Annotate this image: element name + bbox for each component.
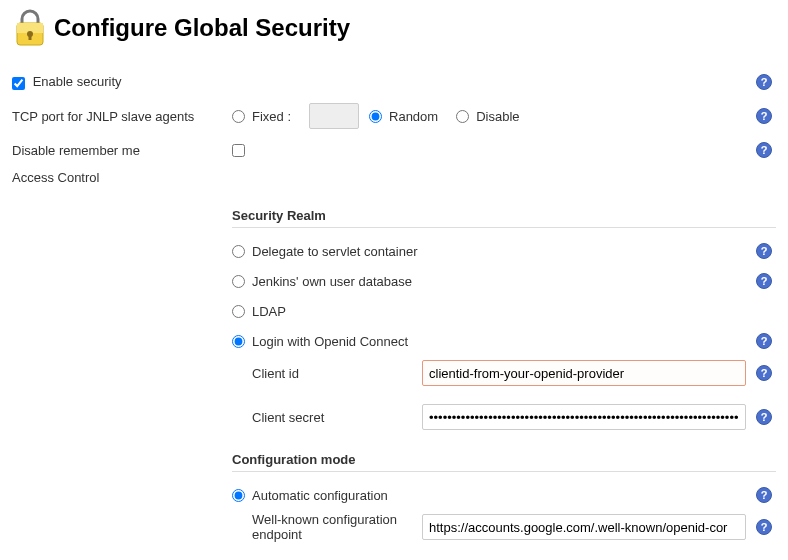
enable-security-label[interactable]: Enable security	[12, 74, 122, 89]
disable-remember-row: Disable remember me ?	[12, 136, 776, 164]
config-auto-radio[interactable]	[232, 489, 245, 502]
lock-icon	[12, 8, 48, 48]
realm-openid-text: Login with Openid Connect	[252, 334, 408, 349]
wellknown-label: Well-known configuration endpoint	[232, 512, 422, 542]
realm-ldap-radio[interactable]	[232, 305, 245, 318]
realm-jenkins-option[interactable]: Jenkins' own user database	[232, 274, 412, 289]
disable-remember-checkbox[interactable]	[232, 144, 245, 157]
help-icon[interactable]: ?	[756, 365, 772, 381]
wellknown-input[interactable]	[422, 514, 746, 540]
client-secret-row: Client secret ?	[232, 400, 776, 434]
help-icon[interactable]: ?	[756, 273, 772, 289]
help-icon[interactable]: ?	[756, 519, 772, 535]
security-realm-heading: Security Realm	[232, 208, 776, 228]
realm-openid-option[interactable]: Login with Openid Connect	[232, 334, 408, 349]
enable-security-checkbox[interactable]	[12, 77, 25, 90]
access-control-row: Access Control	[12, 170, 776, 198]
tcp-disable-option[interactable]: Disable	[456, 109, 519, 124]
tcp-disable-text: Disable	[476, 109, 519, 124]
realm-jenkins-radio[interactable]	[232, 275, 245, 288]
enable-security-row: Enable security ?	[12, 68, 776, 96]
config-auto-text: Automatic configuration	[252, 488, 388, 503]
help-icon[interactable]: ?	[756, 409, 772, 425]
tcp-fixed-input[interactable]	[309, 103, 359, 129]
help-icon[interactable]: ?	[756, 108, 772, 124]
realm-servlet-text: Delegate to servlet container	[252, 244, 417, 259]
security-realm-section: Security Realm Delegate to servlet conta…	[232, 208, 776, 560]
client-id-input[interactable]	[422, 360, 746, 386]
access-control-label: Access Control	[12, 170, 232, 185]
help-icon[interactable]: ?	[756, 142, 772, 158]
tcp-fixed-radio[interactable]	[232, 110, 245, 123]
wellknown-row: Well-known configuration endpoint ?	[232, 510, 776, 544]
realm-ldap-text: LDAP	[252, 304, 286, 319]
help-icon[interactable]: ?	[756, 243, 772, 259]
tcp-random-text: Random	[389, 109, 438, 124]
tcp-port-row: TCP port for JNLP slave agents Fixed : R…	[12, 102, 776, 130]
help-icon[interactable]: ?	[756, 333, 772, 349]
realm-ldap-option[interactable]: LDAP	[232, 304, 286, 319]
realm-jenkins-text: Jenkins' own user database	[252, 274, 412, 289]
tcp-disable-radio[interactable]	[456, 110, 469, 123]
disable-remember-label: Disable remember me	[12, 143, 232, 158]
realm-servlet-option[interactable]: Delegate to servlet container	[232, 244, 417, 259]
client-id-row: Client id ?	[232, 356, 776, 390]
tcp-random-radio[interactable]	[369, 110, 382, 123]
enable-security-text: Enable security	[33, 74, 122, 89]
client-secret-label: Client secret	[232, 410, 422, 425]
page-title: Configure Global Security	[54, 14, 350, 42]
page-header: Configure Global Security	[12, 8, 776, 48]
tcp-random-option[interactable]: Random	[369, 109, 438, 124]
client-secret-input[interactable]	[422, 404, 746, 430]
client-id-label: Client id	[232, 366, 422, 381]
realm-openid-radio[interactable]	[232, 335, 245, 348]
config-auto-option[interactable]: Automatic configuration	[232, 488, 388, 503]
tcp-fixed-option[interactable]: Fixed :	[232, 109, 291, 124]
tcp-fixed-text: Fixed :	[252, 109, 291, 124]
realm-servlet-radio[interactable]	[232, 245, 245, 258]
tcp-port-label: TCP port for JNLP slave agents	[12, 109, 232, 124]
svg-rect-3	[29, 34, 32, 40]
help-icon[interactable]: ?	[756, 74, 772, 90]
config-mode-heading: Configuration mode	[232, 452, 776, 472]
help-icon[interactable]: ?	[756, 487, 772, 503]
